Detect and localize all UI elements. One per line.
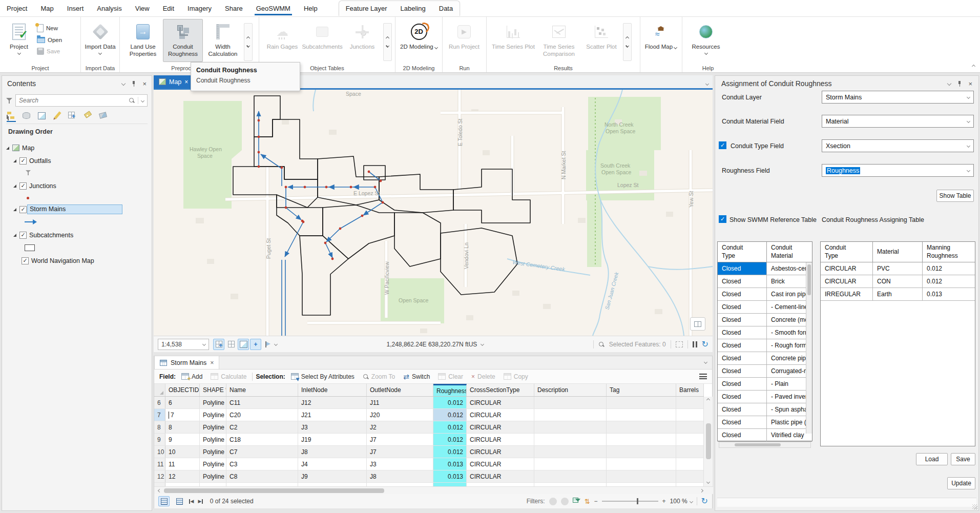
show-reference-checkbox[interactable]: ✓: [719, 215, 726, 223]
list-by-editing-tab[interactable]: [52, 111, 62, 121]
menu-geoswmm[interactable]: GeoSWMM: [249, 0, 297, 17]
close-icon[interactable]: ×: [210, 359, 214, 366]
layer-checkbox[interactable]: ✓: [19, 182, 27, 190]
filter-icon[interactable]: [6, 97, 12, 104]
table-view-button[interactable]: [158, 496, 170, 506]
ref-table-cell[interactable]: Closed: [718, 429, 767, 441]
row-number[interactable]: 8: [154, 421, 165, 433]
table-corner[interactable]: [154, 384, 165, 396]
2d-modeling-button[interactable]: 2D 2D Modeling: [399, 19, 439, 62]
table-cell[interactable]: Polyline: [200, 397, 226, 408]
ref-table-row[interactable]: ClosedCorrugated-m: [718, 365, 812, 378]
table-row[interactable]: 1010PolylineC7J8J70.012CIRCULAR: [154, 446, 704, 458]
ref-table-row[interactable]: ClosedConcrete pipe: [718, 352, 812, 365]
table-cell[interactable]: 0.012: [433, 434, 467, 445]
layer-symbol[interactable]: [2, 242, 151, 254]
table-cell[interactable]: C11: [226, 397, 298, 408]
table-cell[interactable]: J3: [367, 458, 433, 470]
layer-checkbox[interactable]: ✓: [19, 232, 27, 239]
resize-grip[interactable]: [972, 504, 977, 509]
ref-table-cell[interactable]: Plastic pipe (sn: [767, 416, 806, 428]
table-cell[interactable]: C7: [226, 446, 298, 458]
table-cell[interactable]: J8: [298, 446, 367, 458]
map-view-tab[interactable]: Map ×: [154, 75, 193, 88]
menu-view[interactable]: View: [129, 0, 156, 17]
ref-table-row[interactable]: ClosedBrick: [718, 275, 812, 288]
sidebar-item-junctions[interactable]: ✓Junctions: [2, 180, 151, 192]
scrollbar-thumb[interactable]: [164, 488, 384, 493]
table-cell[interactable]: CIRCULAR: [467, 434, 534, 445]
table-cell[interactable]: Polyline: [200, 470, 226, 482]
layer-checkbox[interactable]: ✓: [19, 157, 27, 165]
ref-table-row[interactable]: ClosedPlastic pipe (sn: [718, 416, 812, 429]
table-cell[interactable]: J4: [367, 483, 433, 486]
menu-analysis[interactable]: Analysis: [90, 0, 128, 17]
table-cell[interactable]: [607, 483, 676, 486]
row-number[interactable]: 9: [154, 434, 165, 445]
flood-map-button[interactable]: Flood Map: [643, 19, 678, 62]
list-by-drawing-order-tab[interactable]: [6, 111, 16, 121]
map-canvas[interactable]: Space Hawley Open Space North Creek Open…: [154, 90, 713, 336]
table-cell[interactable]: J9: [298, 470, 367, 482]
table-cell[interactable]: C4: [226, 483, 298, 486]
project-button[interactable]: Project: [3, 19, 35, 62]
assign-table-cell[interactable]: IRREGULAR: [821, 288, 873, 300]
conduit-layer-combo[interactable]: Storm Mains: [822, 91, 974, 104]
list-by-labeling-tab[interactable]: [83, 111, 93, 121]
zoom-percent-combo[interactable]: 100 %: [670, 498, 693, 505]
table-cell[interactable]: 0.012: [433, 397, 467, 408]
table-cell[interactable]: [676, 409, 704, 421]
roughness-field-combo[interactable]: Roughness: [822, 164, 974, 177]
table-cell[interactable]: [676, 458, 704, 470]
ref-table-cell[interactable]: Closed: [718, 262, 767, 275]
row-number[interactable]: 13: [154, 483, 165, 486]
ref-table-row[interactable]: Closed- Cement-lined: [718, 301, 812, 314]
ref-table-cell[interactable]: Concrete (mor: [767, 314, 806, 326]
junctions-button[interactable]: Junctions: [342, 19, 382, 62]
table-cell[interactable]: J5: [298, 483, 367, 486]
menu-share[interactable]: Share: [218, 0, 249, 17]
select-by-attributes-button[interactable]: Select By Attributes: [288, 372, 357, 381]
table-cell[interactable]: J2: [367, 421, 433, 433]
table-cell[interactable]: [607, 434, 676, 445]
scrollbar-thumb[interactable]: [706, 423, 711, 459]
table-row[interactable]: 99PolylineC18J19J70.012CIRCULAR: [154, 434, 704, 446]
row-number[interactable]: 11: [154, 458, 165, 470]
table-cell[interactable]: Open Channel: [534, 483, 607, 486]
ref-table-cell[interactable]: Cast iron pipe: [767, 288, 806, 300]
ref-table-cell[interactable]: Corrugated-m: [767, 365, 806, 377]
rain-gages-button[interactable]: ☁ Rain Gages: [262, 19, 302, 62]
column-header-inletnode[interactable]: InletNode: [298, 384, 367, 396]
ref-table-cell[interactable]: Closed: [718, 403, 767, 416]
contextual-tab-data[interactable]: Data: [432, 1, 460, 16]
column-header-name[interactable]: Name: [226, 384, 298, 396]
time-series-plot-button[interactable]: Time Series Plot: [490, 19, 537, 62]
material-field-combo[interactable]: Material: [822, 115, 974, 128]
map-scale-combo[interactable]: 1:4,538: [158, 339, 209, 350]
scrollbar-thumb[interactable]: [735, 443, 781, 446]
sidebar-item-world-navigation-map[interactable]: ✓World Navigation Map: [2, 255, 151, 266]
ref-table-cell[interactable]: Closed: [718, 326, 767, 339]
subcatchments-button[interactable]: Subcatchments: [302, 19, 342, 62]
pause-drawing-button[interactable]: [693, 341, 697, 347]
ref-table-cell[interactable]: Asbestos-ceme: [767, 262, 806, 275]
table-filter-icon[interactable]: [573, 498, 580, 505]
contextual-tab-feature-layer[interactable]: Feature Layer: [339, 1, 394, 16]
menu-imagery[interactable]: Imagery: [181, 0, 218, 17]
table-cell[interactable]: CIRCULAR: [467, 397, 534, 408]
pin-icon[interactable]: [131, 80, 136, 87]
panel-menu-chevron-icon[interactable]: [947, 81, 951, 86]
table-cell[interactable]: [534, 470, 607, 482]
refresh-icon[interactable]: ↻: [701, 497, 708, 505]
table-cell[interactable]: [607, 397, 676, 408]
copy-button[interactable]: Copy: [501, 372, 531, 381]
ref-table-row[interactable]: Closed- Paved invert: [718, 391, 812, 403]
menu-insert[interactable]: Insert: [60, 0, 91, 17]
table-cell[interactable]: [534, 446, 607, 458]
switch-selection-button[interactable]: ⇄Switch: [401, 372, 432, 381]
assign-col-header[interactable]: Manning Roughness: [923, 242, 974, 262]
load-button[interactable]: Load: [916, 453, 948, 465]
table-cell[interactable]: J11: [367, 397, 433, 408]
land-use-properties-button[interactable]: → Land Use Properties: [123, 19, 163, 62]
table-cell[interactable]: J19: [298, 434, 367, 445]
